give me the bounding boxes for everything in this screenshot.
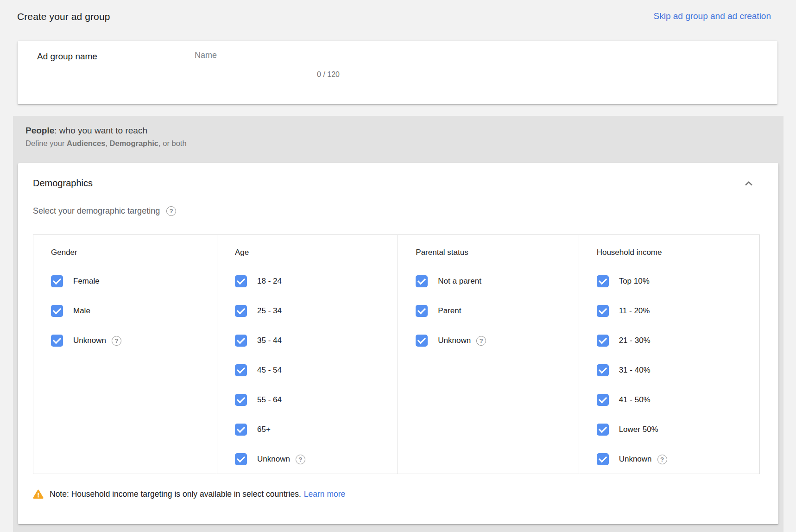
checkbox-checked-icon[interactable] [597, 305, 609, 317]
checkbox-label[interactable]: Male [73, 306, 90, 316]
checkbox-item[interactable]: 65+ [235, 415, 398, 444]
checkbox-item[interactable]: 55 - 64 [235, 385, 398, 415]
checkbox-item[interactable]: Male [51, 296, 217, 326]
checkbox-item[interactable]: 41 - 50% [597, 385, 759, 415]
help-icon[interactable]: ? [476, 336, 486, 346]
checkbox-label[interactable]: 65+ [257, 425, 271, 434]
help-icon[interactable]: ? [657, 455, 667, 464]
help-icon[interactable]: ? [296, 455, 305, 464]
checkbox-label[interactable]: 35 - 44 [257, 336, 282, 345]
checkbox-label[interactable]: Parent [438, 306, 461, 316]
ad-group-name-input[interactable] [195, 50, 340, 61]
demographics-title: Demographics [33, 163, 760, 190]
checkbox-item[interactable]: 35 - 44 [235, 326, 398, 355]
checkbox-label[interactable]: Unknown [619, 455, 652, 464]
checkbox-item[interactable]: Top 10% [597, 266, 759, 296]
checkbox-checked-icon[interactable] [597, 453, 609, 465]
demographics-table: Gender Female Male Unknown ? Age 18 - 24… [33, 234, 760, 474]
char-counter: 0 / 120 [195, 70, 340, 79]
checkbox-item[interactable]: 45 - 54 [235, 355, 398, 385]
ad-group-name-label: Ad group name [37, 51, 195, 104]
checkbox-label[interactable]: 21 - 30% [619, 336, 651, 345]
checkbox-checked-icon[interactable] [597, 394, 609, 406]
checkbox-checked-icon[interactable] [597, 275, 609, 287]
checkbox-checked-icon[interactable] [597, 364, 609, 376]
checkbox-item[interactable]: Unknown ? [416, 326, 578, 355]
checkbox-checked-icon[interactable] [597, 335, 609, 347]
checkbox-checked-icon[interactable] [235, 394, 247, 406]
checkbox-item[interactable]: Not a parent [416, 266, 578, 296]
checkbox-item[interactable]: 25 - 34 [235, 296, 398, 326]
demographics-card: Demographics Select your demographic tar… [18, 163, 778, 524]
ad-group-name-card: Ad group name 0 / 120 [18, 41, 777, 104]
checkbox-label[interactable]: 31 - 40% [619, 366, 651, 375]
column-header: Gender [51, 247, 217, 258]
checkbox-checked-icon[interactable] [597, 424, 609, 436]
checkbox-label[interactable]: 41 - 50% [619, 395, 651, 405]
column-header: Household income [597, 247, 759, 258]
checkbox-checked-icon[interactable] [416, 305, 428, 317]
column-header: Parental status [416, 247, 578, 258]
note-text: Note: Household income targeting is only… [50, 489, 301, 499]
people-title: People: who you want to reach [25, 124, 778, 137]
people-section: People: who you want to reach Define you… [13, 116, 783, 532]
people-section-header: People: who you want to reach Define you… [18, 124, 778, 149]
checkbox-item[interactable]: Unknown ? [51, 326, 217, 355]
checkbox-label[interactable]: 55 - 64 [257, 395, 282, 405]
checkbox-checked-icon[interactable] [235, 305, 247, 317]
checkbox-label[interactable]: Female [73, 277, 100, 286]
checkbox-item[interactable]: 21 - 30% [597, 326, 759, 355]
checkbox-checked-icon[interactable] [416, 335, 428, 347]
column-items: 18 - 24 25 - 34 35 - 44 45 - 54 55 - 64 … [235, 266, 398, 474]
checkbox-label[interactable]: 45 - 54 [257, 366, 282, 375]
checkbox-checked-icon[interactable] [416, 275, 428, 287]
household-income-note: Note: Household income targeting is only… [33, 489, 760, 499]
warning-icon [33, 489, 44, 499]
checkbox-item[interactable]: Unknown ? [597, 444, 759, 474]
checkbox-checked-icon[interactable] [235, 453, 247, 465]
checkbox-checked-icon[interactable] [51, 305, 63, 317]
checkbox-item[interactable]: 18 - 24 [235, 266, 398, 296]
checkbox-checked-icon[interactable] [235, 275, 247, 287]
checkbox-label[interactable]: Lower 50% [619, 425, 658, 434]
checkbox-checked-icon[interactable] [235, 424, 247, 436]
column-header: Age [235, 247, 398, 258]
column-items: Not a parent Parent Unknown ? [416, 266, 578, 355]
checkbox-item[interactable]: 31 - 40% [597, 355, 759, 385]
collapse-section-button[interactable] [742, 177, 755, 190]
demographics-column: Age 18 - 24 25 - 34 35 - 44 45 - 54 55 -… [217, 235, 398, 474]
page-header: Create your ad group Skip ad group and a… [0, 0, 796, 41]
checkbox-item[interactable]: Lower 50% [597, 415, 759, 444]
checkbox-label[interactable]: 18 - 24 [257, 277, 282, 286]
ad-group-name-field-wrap: 0 / 120 [195, 50, 340, 104]
demographics-subtitle: Select your demographic targeting [33, 205, 160, 217]
checkbox-item[interactable]: Parent [416, 296, 578, 326]
demographics-column: Gender Female Male Unknown ? [33, 235, 217, 474]
checkbox-label[interactable]: Not a parent [438, 277, 481, 286]
help-icon[interactable]: ? [166, 206, 176, 216]
checkbox-label[interactable]: Unknown [438, 336, 471, 345]
checkbox-checked-icon[interactable] [235, 335, 247, 347]
demographics-column: Household income Top 10% 11 - 20% 21 - 3… [579, 235, 759, 474]
checkbox-checked-icon[interactable] [51, 275, 63, 287]
checkbox-checked-icon[interactable] [51, 335, 63, 347]
checkbox-label[interactable]: 11 - 20% [619, 306, 650, 316]
checkbox-label[interactable]: Unknown [257, 455, 290, 464]
checkbox-checked-icon[interactable] [235, 364, 247, 376]
checkbox-item[interactable]: 11 - 20% [597, 296, 759, 326]
people-subtitle: Define your Audiences, Demographic, or b… [25, 138, 778, 149]
checkbox-item[interactable]: Unknown ? [235, 444, 398, 474]
page-title: Create your ad group [17, 11, 110, 22]
help-icon[interactable]: ? [112, 336, 121, 346]
checkbox-label[interactable]: Top 10% [619, 277, 650, 286]
checkbox-label[interactable]: 25 - 34 [257, 306, 282, 316]
learn-more-link[interactable]: Learn more [304, 489, 346, 499]
checkbox-label[interactable]: Unknown [73, 336, 106, 345]
skip-ad-group-link[interactable]: Skip ad group and ad creation [653, 11, 771, 21]
column-items: Female Male Unknown ? [51, 266, 217, 355]
demographics-column: Parental status Not a parent Parent Unkn… [398, 235, 578, 474]
chevron-up-icon [743, 177, 755, 190]
column-items: Top 10% 11 - 20% 21 - 30% 31 - 40% 41 - … [597, 266, 759, 474]
checkbox-item[interactable]: Female [51, 266, 217, 296]
